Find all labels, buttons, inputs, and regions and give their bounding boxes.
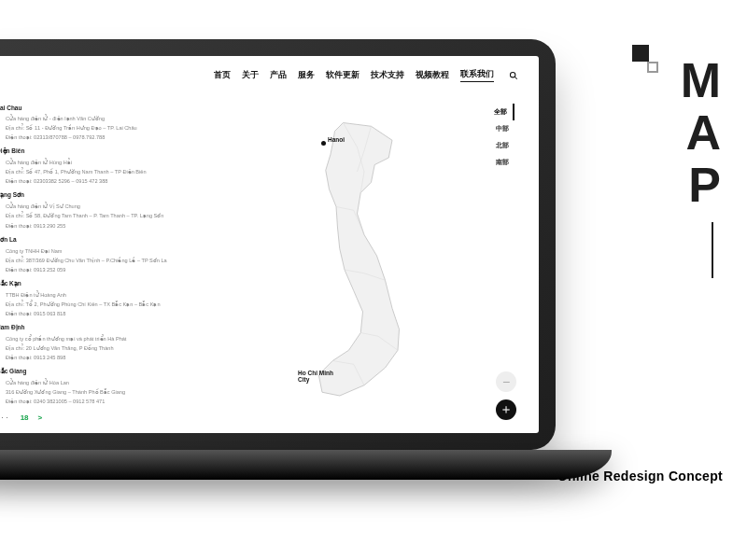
zoom-controls: − ＋	[496, 371, 516, 420]
zoom-in-button[interactable]: ＋	[496, 399, 516, 420]
title-letter: M	[681, 56, 723, 105]
location-region-heading: Sơn La	[0, 236, 192, 244]
location-detail-line: Địa chỉ: Số 47, Phố 1, Phường Nam Thanh …	[6, 167, 192, 176]
location-region-heading: Lạng Sơn	[0, 191, 192, 199]
nav-item[interactable]: 视频教程	[416, 70, 449, 81]
page-body: 北 部 Lai ChauCửa hàng điện tử - điện lạnh…	[0, 91, 539, 433]
title-letter: P	[688, 161, 723, 209]
zoom-out-button[interactable]: −	[496, 371, 516, 392]
pager-next[interactable]: >	[38, 413, 43, 422]
location-detail-list: Công ty cổ phần thương mại và phát triển…	[0, 334, 192, 362]
location-region-heading: Bắc Kạn	[0, 280, 192, 287]
laptop-screen: 首页关于产品服务软件更新技术支持视频教程联系我们 北 部 Lai ChauCửa…	[0, 56, 539, 433]
location-detail-list: Cửa hàng điện tử Hòa Lan316 Đường Xương …	[0, 378, 192, 406]
location-detail-line: Điện thoại: 0240 3821005 – 0912 578 471	[6, 397, 192, 406]
nav-item[interactable]: 关于	[242, 70, 259, 81]
location-region-heading: Điện Biên	[0, 147, 192, 155]
title-letter: A	[685, 108, 723, 157]
laptop-lid: 首页关于产品服务软件更新技术支持视频教程联系我们 北 部 Lai ChauCửa…	[0, 39, 556, 450]
nav-item[interactable]: 技术支持	[371, 70, 404, 81]
location-detail-line: Công ty cổ phần thương mại và phát triển…	[6, 334, 192, 343]
location-detail-line: 316 Đường Xương Giang – Thành Phố Bắc Gi…	[6, 387, 192, 397]
location-detail-line: Điện thoại: 02303382 5296 – 0915 472 388	[6, 176, 192, 186]
nav-item[interactable]: 服务	[298, 70, 315, 81]
page-title-vertical: M A P	[681, 56, 723, 278]
location-detail-list: Cửa hàng điện tử - điện lạnh Văn CườngĐị…	[0, 114, 192, 142]
location-detail-line: Điện thoại: 0913 252 059	[6, 265, 192, 274]
location-detail-line: Điện thoại: 02313/870788 – 0978.792.788	[6, 133, 192, 142]
location-detail-line: Địa chỉ: Tổ 2, Phường Phùng Chí Kiên – T…	[6, 300, 192, 309]
location-region-heading: Lai Chau	[0, 105, 192, 111]
nav-item[interactable]: 联系我们	[460, 69, 494, 82]
filter-option[interactable]: 南部	[472, 154, 514, 171]
location-detail-line: Địa chỉ: Số 58, Đường Tam Thanh – P. Tam…	[6, 211, 192, 220]
location-detail-list: Công ty TNHH Đại NamĐịa chỉ: 387/369 Đườ…	[0, 246, 192, 274]
nav-item[interactable]: 首页	[214, 70, 231, 81]
location-detail-line: Cửa hàng điện tử Hùng Hải	[6, 158, 192, 167]
top-nav: 首页关于产品服务软件更新技术支持视频教程联系我们	[0, 56, 539, 91]
location-detail-list: Cửa hàng điện tử Hùng HảiĐịa chỉ: Số 47,…	[0, 158, 192, 186]
filter-option[interactable]: 北部	[472, 137, 514, 154]
location-detail-line: Điện thoại: 0913 245 898	[6, 353, 192, 362]
svg-line-1	[514, 77, 517, 79]
location-detail-line: Công ty TNHH Đại Nam	[6, 246, 192, 256]
search-icon[interactable]	[509, 71, 518, 80]
map-column: Hanoi Ho Chi Minh City 全部中部北部南部 − ＋	[205, 99, 522, 426]
location-detail-line: TTBH Điện tử Hoàng Anh	[6, 290, 192, 300]
laptop-base	[0, 450, 612, 480]
location-detail-line: Địa chỉ: Số 11 - Đường Trần Hưng Đạo – T…	[6, 123, 192, 133]
filter-option[interactable]: 全部	[472, 104, 514, 120]
filter-option[interactable]: 中部	[472, 120, 514, 137]
location-detail-line: Địa chỉ: 387/369 Đường Chu Văn Thịnh – P…	[6, 256, 192, 265]
location-detail-line: Địa chỉ: 20 Lương Văn Thăng, P Đống Thàn…	[6, 343, 192, 353]
laptop-mockup: 首页关于产品服务软件更新技术支持视频教程联系我们 北 部 Lai ChauCửa…	[0, 39, 556, 478]
location-region-heading: Bắc Giang	[0, 368, 192, 375]
accent-square-solid	[632, 45, 649, 62]
location-list: Lai ChauCửa hàng điện tử - điện lạnh Văn…	[0, 99, 192, 426]
pager-current: 18	[21, 413, 29, 422]
pager-dots: ···	[0, 413, 11, 422]
location-detail-line: Cửa hàng điện tử Vị Sư Chung	[6, 202, 192, 211]
vietnam-map[interactable]	[294, 116, 434, 410]
location-detail-line: Cửa hàng điện tử - điện lạnh Văn Cường	[6, 114, 192, 123]
location-detail-list: Cửa hàng điện tử Vị Sư ChungĐịa chỉ: Số …	[0, 202, 192, 230]
city-marker-hanoi[interactable]	[321, 141, 326, 146]
location-detail-list: TTBH Điện tử Hoàng AnhĐịa chỉ: Tổ 2, Phư…	[0, 290, 192, 318]
nav-item[interactable]: 产品	[270, 70, 287, 81]
location-region-heading: Nam Định	[0, 324, 192, 331]
region-filter: 全部中部北部南部	[472, 104, 514, 171]
svg-point-0	[510, 72, 514, 77]
title-divider	[712, 222, 713, 278]
pagination: ···18>	[0, 413, 192, 422]
nav-item[interactable]: 软件更新	[326, 70, 359, 81]
accent-square-outline	[647, 62, 658, 73]
location-detail-line: Điện thoại: 0913 290 255	[6, 221, 192, 231]
location-detail-line: Cửa hàng điện tử Hòa Lan	[6, 378, 192, 387]
location-detail-line: Điện thoại: 0915 063 818	[6, 309, 192, 318]
